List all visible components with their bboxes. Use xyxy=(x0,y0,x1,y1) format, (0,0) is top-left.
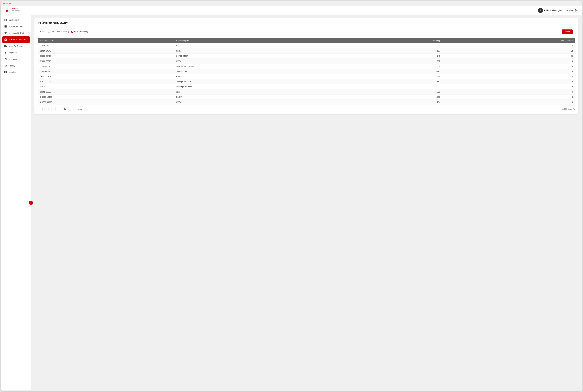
last-page-button[interactable]: » xyxy=(56,107,60,111)
cell-part-number: OBE36-00607 xyxy=(38,100,174,105)
in-house-summary-icon xyxy=(4,38,7,41)
cell-total-container: 24 xyxy=(442,54,575,59)
table-row: OBE10-12422 RIVET 1,350 8 xyxy=(38,94,575,100)
cell-part-description: RIVET xyxy=(174,74,350,79)
sidebar-item-expedite[interactable]: Expedite xyxy=(1,50,31,56)
cell-part-description: 1/4 st ph mb shell xyxy=(174,79,350,84)
table-row: 01610-04845 RIVET 3,197 12 xyxy=(38,48,575,54)
user-avatar xyxy=(538,8,543,13)
cell-total-container: 4 xyxy=(442,90,575,94)
sidebar-item-history[interactable]: History xyxy=(1,62,31,69)
top-bar: A surface technologies surface inc™ Emha… xyxy=(1,6,582,15)
reset-button[interactable]: Reset xyxy=(562,30,572,34)
inventory-icon xyxy=(4,58,7,61)
table-row: 60572-00007 1/4 st ph mb shell 560 2 xyxy=(38,79,575,84)
sidebar-label-view-by-shipper: View By Shipper xyxy=(9,45,23,47)
first-page-button[interactable]: « xyxy=(38,107,42,111)
cell-total-qty: 1,350 xyxy=(350,94,442,100)
th-part_description: Part Description▼ xyxy=(174,38,350,43)
history-icon xyxy=(4,64,7,67)
sidebar-label-inventory: Inventory xyxy=(9,58,17,60)
content-area: IN HOUSE SUMMARY Plant: RMF2 (McDougall … xyxy=(31,15,582,390)
current-page-button[interactable]: 1 xyxy=(47,107,51,111)
feedback-icon xyxy=(4,71,7,74)
traffic-light-green[interactable] xyxy=(10,2,11,4)
dashboard-icon xyxy=(4,18,7,22)
content-card: IN HOUSE SUMMARY Plant: RMF2 (McDougall … xyxy=(34,18,578,114)
sidebar-label-in-house-by-part: In House By Part xyxy=(9,32,24,34)
sidebar-label-expedite: Expedite xyxy=(9,52,16,54)
sidebar-item-in-house-summary[interactable]: In House Summary xyxy=(2,36,30,43)
table-row: 01905-70810 1/4 truss head 5,795 18 xyxy=(38,69,575,74)
cell-total-qty: 1,327 xyxy=(350,43,442,48)
cell-total-qty: 574 xyxy=(350,74,442,79)
sidebar-collapse-button[interactable]: ‹ xyxy=(29,201,33,205)
svg-rect-3 xyxy=(4,19,6,20)
prev-page-button[interactable]: ‹ xyxy=(42,107,46,111)
table-row: 01610-04508 STEM 1,327 4 xyxy=(38,43,575,48)
items-per-page-label: items per page xyxy=(70,108,82,110)
table-row: 01683-00613 STEM 1,907 8 xyxy=(38,59,575,64)
logo-surface: surface xyxy=(12,8,20,10)
filter-icon-part_description[interactable]: ▼ xyxy=(190,40,192,42)
cell-total-container: 2 xyxy=(442,79,575,84)
sidebar: ‹ Dashboard In House Orders In House By … xyxy=(1,15,31,390)
cell-part-number: 01905-70810 xyxy=(38,69,174,74)
items-per-page: items per page xyxy=(62,107,82,111)
cell-total-qty: 3,197 xyxy=(350,48,442,54)
svg-rect-4 xyxy=(6,19,7,20)
sidebar-label-dashboard: Dashboard xyxy=(9,19,19,21)
refresh-icon[interactable]: ↻ xyxy=(573,108,575,110)
in-house-by-part-icon xyxy=(4,32,7,34)
cell-total-container: 2 xyxy=(442,74,575,79)
cell-total-container: 8 xyxy=(442,59,575,64)
brand-logo: A xyxy=(5,8,10,13)
radio-option-rmf[interactable]: RMF (Piedmont) xyxy=(71,30,88,33)
table-row: 60582-00005 stem 720 4 xyxy=(38,90,575,94)
cell-total-qty: 1,907 xyxy=(350,59,442,64)
logo-icon: A xyxy=(4,7,11,14)
radio-option-rmf2[interactable]: RMF2 (McDougall Ct) xyxy=(48,30,69,33)
logo-text: surface technologies surface inc™ xyxy=(12,8,20,13)
cell-total-container: 8 xyxy=(442,94,575,100)
logout-button[interactable] xyxy=(574,8,578,12)
sidebar-label-in-house-orders: In House Orders xyxy=(9,25,24,28)
sidebar-item-inventory[interactable]: Inventory xyxy=(1,56,31,62)
radio-label-rmf2: RMF2 (McDougall Ct) xyxy=(51,30,69,33)
cell-total-container: 4 xyxy=(442,43,575,48)
sidebar-item-in-house-by-part[interactable]: In House By Part xyxy=(1,30,31,36)
table-row: 01903-70810 3/1/4 mushroom head 2,589 8 xyxy=(38,64,575,69)
sidebar-item-in-house-orders[interactable]: In House Orders xyxy=(1,23,31,30)
sidebar-item-dashboard[interactable]: Dashboard xyxy=(1,17,31,23)
total-items-label: 1 – 28 of 28 items xyxy=(558,108,572,110)
th-part_number: Part Number▼ xyxy=(38,38,174,43)
user-name: Emhart Teknologies, LLC(Avdel) xyxy=(544,9,573,12)
th-total_qty: Total Qty xyxy=(350,38,442,43)
cell-part-number: OBE10-12422 xyxy=(38,94,174,100)
sidebar-item-feedback[interactable]: Feedback xyxy=(1,69,31,76)
items-per-page-input[interactable] xyxy=(62,107,69,111)
th-total_container: Total Container xyxy=(442,38,575,43)
cell-part-description: RIVET xyxy=(174,94,350,100)
data-table: Part Number▼Part Description▼Total QtyTo… xyxy=(38,38,575,105)
cell-total-container: 18 xyxy=(442,69,575,74)
svg-rect-6 xyxy=(6,20,7,21)
cell-part-description: 3/16 st ph mb shell xyxy=(174,84,350,90)
cell-part-number: 60572-00009 xyxy=(38,84,174,90)
cell-part-number: 60572-00007 xyxy=(38,79,174,84)
filter-icon-part_number[interactable]: ▼ xyxy=(52,40,53,42)
table-row: 60572-00009 3/16 st ph mb shell 1,322 8 xyxy=(38,84,575,90)
next-page-button[interactable]: › xyxy=(52,107,56,111)
pagination-bar: « ‹ 1 › » items per page xyxy=(38,107,575,111)
sidebar-item-view-by-shipper[interactable]: View By Shipper xyxy=(1,43,31,50)
sidebar-label-feedback: Feedback xyxy=(9,71,18,74)
cell-part-description: STEM xyxy=(174,59,350,64)
cell-total-container: 8 xyxy=(442,84,575,90)
table-row: 08S02-00614 RIVET 574 2 xyxy=(38,74,575,79)
traffic-light-yellow[interactable] xyxy=(6,2,8,4)
svg-text:A: A xyxy=(6,9,8,13)
radio-circle-rmf2 xyxy=(48,30,50,33)
traffic-light-red[interactable] xyxy=(4,2,5,4)
table-row: 01683-00410 SMALL STEM 746 24 xyxy=(38,54,575,59)
cell-total-qty: 5,795 xyxy=(350,69,442,74)
